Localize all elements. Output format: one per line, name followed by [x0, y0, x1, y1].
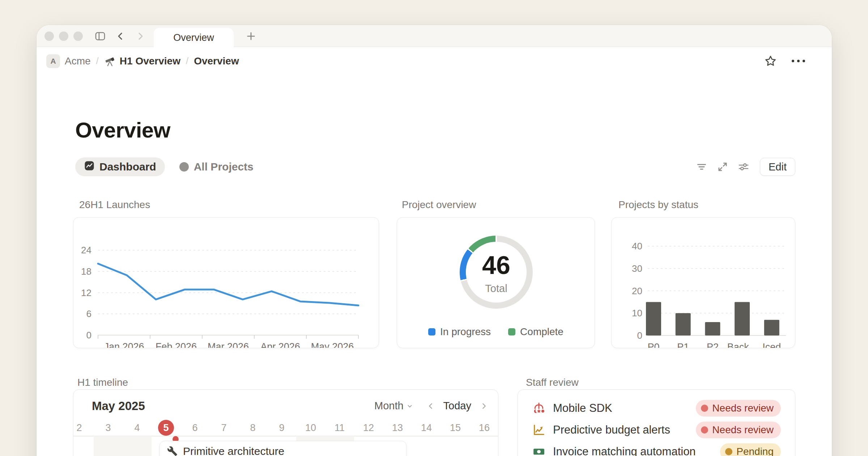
breadcrumb-separator: / [186, 55, 188, 67]
tab-dashboard-label: Dashboard [99, 161, 156, 173]
timeline-card: May 2025 Month Today [73, 389, 498, 456]
sidebar-toggle-icon[interactable] [94, 30, 106, 42]
svg-text:10: 10 [632, 308, 642, 318]
svg-text:Apr 2026: Apr 2026 [260, 341, 300, 348]
more-options-icon[interactable] [792, 60, 805, 62]
circle-icon [179, 162, 189, 172]
timeline-date-4[interactable]: 4 [123, 420, 152, 436]
tab-dashboard[interactable]: Dashboard [75, 157, 165, 176]
browser-chrome: Overview [37, 25, 832, 47]
timeline-date-2[interactable]: 2 [73, 420, 94, 436]
timeline-date-3[interactable]: 3 [94, 420, 123, 436]
section-title-staff-review: Staff review [526, 377, 579, 388]
timeline-date-6[interactable]: 6 [180, 420, 209, 436]
status-badge[interactable]: Pending [720, 443, 781, 456]
timeline-date-15[interactable]: 15 [441, 420, 470, 436]
svg-text:P2: P2 [707, 342, 719, 348]
timeline-header: May 2025 Month Today [73, 390, 498, 420]
bar-chart-card: 403020100P0P1P2Back...Iced [611, 217, 795, 348]
new-tab-icon[interactable] [245, 30, 257, 42]
favorite-star-icon[interactable] [764, 54, 777, 68]
legend-swatch-green [508, 328, 515, 335]
settings-sliders-icon[interactable] [737, 161, 750, 173]
dashboard-chart-icon [84, 160, 95, 174]
timeline-date-13[interactable]: 13 [383, 420, 412, 436]
breadcrumb: A Acme / H1 Overview / Overview [37, 47, 832, 75]
forward-icon[interactable] [135, 31, 146, 42]
timeline-date-9[interactable]: 9 [267, 420, 296, 436]
page-title: Overview [75, 118, 170, 143]
svg-text:Iced: Iced [762, 342, 781, 348]
timeline-today-button[interactable]: Today [443, 400, 471, 412]
svg-text:May 2026: May 2026 [311, 341, 354, 348]
breadcrumb-workspace[interactable]: Acme [65, 55, 91, 67]
timeline-month-title: May 2025 [92, 399, 145, 413]
timeline-date-8[interactable]: 8 [238, 420, 267, 436]
svg-text:Mar 2026: Mar 2026 [208, 341, 249, 348]
launches-line-chart: 24181260Jan 2026Feb 2026Mar 2026Apr 2026… [98, 231, 358, 348]
line-chart-card: 24181260Jan 2026Feb 2026Mar 2026Apr 2026… [73, 217, 379, 348]
browser-tab[interactable]: Overview [154, 28, 234, 48]
filter-icon[interactable] [695, 161, 708, 173]
chart-title-launches: 26H1 Launches [79, 199, 150, 211]
timeline-date-5[interactable]: 5 [152, 420, 180, 436]
svg-text:12: 12 [81, 287, 92, 298]
timeline-view-selector[interactable]: Month [374, 400, 414, 412]
staff-review-row[interactable]: Invoice matching automationPending [532, 441, 781, 456]
timeline-date-11[interactable]: 11 [325, 420, 354, 436]
telescope-icon [104, 55, 116, 67]
tab-all-projects-label: All Projects [194, 161, 254, 173]
timeline-date-10[interactable]: 10 [296, 420, 325, 436]
svg-text:24: 24 [81, 245, 92, 256]
traffic-light-close-icon[interactable] [44, 31, 54, 41]
breadcrumb-current[interactable]: Overview [194, 55, 239, 67]
staff-review-card: Mobile SDKNeeds reviewPredictive budget … [518, 389, 795, 456]
timeline-date-12[interactable]: 12 [354, 420, 383, 436]
svg-text:6: 6 [86, 308, 92, 319]
svg-text:Feb 2026: Feb 2026 [156, 341, 197, 348]
staff-review-row[interactable]: Predictive budget alertsNeeds review [532, 419, 781, 441]
chevron-down-icon [406, 402, 414, 410]
svg-text:40: 40 [632, 241, 642, 252]
chart-up-icon [532, 423, 546, 437]
staff-item-title: Invoice matching automation [553, 445, 696, 456]
status-label: Needs review [712, 424, 774, 436]
expand-icon[interactable] [716, 161, 729, 173]
legend-swatch-blue [428, 328, 435, 335]
svg-text:18: 18 [81, 266, 92, 277]
workspace-avatar[interactable]: A [46, 54, 60, 68]
donut-chart-card: 46 Total In progress Complete [397, 217, 595, 348]
status-badge[interactable]: Needs review [696, 422, 781, 438]
staff-review-list: Mobile SDKNeeds reviewPredictive budget … [532, 397, 781, 456]
browser-window: Overview A Acme / H1 Overview / Overview [37, 25, 832, 456]
tab-all-projects[interactable]: All Projects [179, 161, 254, 173]
traffic-light-zoom-icon[interactable] [73, 31, 83, 41]
timeline-prev-icon[interactable] [426, 401, 435, 411]
svg-text:P0: P0 [647, 342, 659, 348]
status-dot-icon [701, 426, 708, 434]
timeline-event-primitive-architecture[interactable]: Primitive architecture [159, 441, 407, 456]
breadcrumb-parent[interactable]: H1 Overview [120, 55, 180, 67]
view-switcher: Dashboard All Projects Edit [75, 157, 795, 176]
banknote-icon [532, 445, 546, 456]
tab-title: Overview [173, 32, 214, 43]
timeline-date-16[interactable]: 16 [470, 420, 498, 436]
svg-text:P1: P1 [677, 342, 689, 348]
desktop-background: Overview A Acme / H1 Overview / Overview [0, 0, 868, 456]
page-content: Overview Dashboard All Projects [37, 75, 832, 456]
traffic-light-minimize-icon[interactable] [59, 31, 68, 41]
status-dot-icon [701, 405, 708, 412]
edit-button[interactable]: Edit [760, 158, 795, 176]
timeline-next-icon[interactable] [479, 401, 489, 411]
breadcrumb-separator: / [96, 55, 99, 67]
timeline-date-7[interactable]: 7 [209, 420, 238, 436]
staff-review-row[interactable]: Mobile SDKNeeds review [532, 397, 781, 419]
timeline-grid: Primitive architecture Explore entry pat… [73, 436, 498, 456]
status-badge[interactable]: Needs review [696, 400, 781, 417]
svg-text:Back...: Back... [727, 342, 757, 348]
status-label: Pending [736, 446, 774, 456]
wrench-icon [167, 446, 178, 456]
donut-total-value: 46 [460, 251, 533, 280]
timeline-date-14[interactable]: 14 [412, 420, 441, 436]
back-icon[interactable] [115, 31, 126, 42]
